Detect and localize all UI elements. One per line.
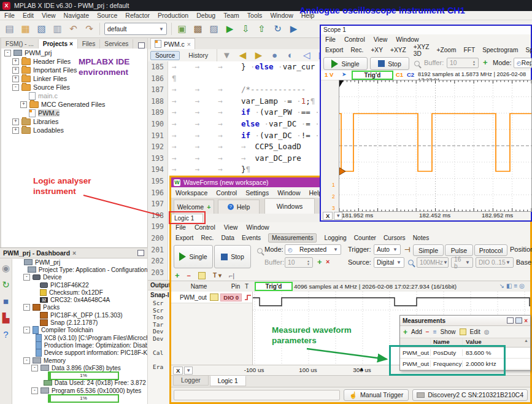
logic-view-data[interactable]: Data [221,235,234,241]
tree-item-packs[interactable]: -Packs [12,304,147,311]
expander-icon[interactable]: - [31,387,38,394]
debug-project-icon[interactable]: ▶ [288,23,299,34]
spinner-icon[interactable]: ▲▼ [472,60,476,66]
expander-icon[interactable]: - [23,327,30,333]
panel-tab-files[interactable]: Files [78,39,101,49]
menu-refactor[interactable]: Refactor [125,12,150,19]
menu-debug[interactable]: Debug [196,12,215,19]
logic-menu-control[interactable]: Control [195,223,215,231]
source-view-button[interactable]: Source [150,51,180,60]
buffer-input[interactable]: 10 ▲▼ [285,257,313,268]
channel-1-badge[interactable]: C1 [396,71,403,78]
dashboard-close-icon[interactable]: × [72,249,76,257]
expander-icon[interactable]: - [23,304,30,311]
editor-tab-close-icon[interactable]: × [187,41,191,48]
expander-icon[interactable]: + [12,118,19,125]
program-device-icon[interactable]: ⇩ [240,23,252,34]
spinner-icon[interactable]: ▲▼ [307,260,310,266]
panel-tab-services[interactable]: Services [100,39,133,49]
window-list-icon[interactable] [138,42,145,49]
buffer-input[interactable]: 10 ▲▼ [447,58,479,68]
logic-view-measurements[interactable]: Measurements [268,233,317,243]
menu-edit[interactable]: Edit [23,12,34,19]
menu-view[interactable]: View [42,12,56,19]
expander-icon[interactable]: - [31,365,38,371]
tab-windows[interactable]: Windows [264,198,315,214]
scope-menu-view[interactable]: View [374,36,388,43]
panel-tab-projects[interactable]: Projects × [39,39,78,49]
device-status-button[interactable]: Discovery2 C SN:210321B210C4 [412,389,528,401]
tree-item-device[interactable]: -Device [12,274,147,281]
expander-icon[interactable]: - [23,357,30,364]
panel-tab-fsm[interactable]: FSM() - ... [1,39,39,49]
back-icon[interactable]: ◀ [237,50,249,61]
scope-single-button[interactable]: Single [323,57,368,70]
logic-channel-row[interactable]: PWM_out DIO 0 [171,292,252,303]
trigger-select[interactable]: Auto ▼ [374,244,401,255]
save-all-icon[interactable]: ▥ [52,23,63,34]
logic-menu-view[interactable]: View [224,223,238,231]
tree-item-pic18f-k-dfp-1-15-303[interactable]: PIC18F-K_DFP (1.15.303) [12,311,147,319]
scope-menu-window[interactable]: Window [396,36,418,43]
tree-item-xc8-v3-10-c-program-files-mi[interactable]: XC8 (v3.10) [C:\Program Files\Microchip\ [12,334,147,341]
menu-navigate[interactable]: Navigate [64,12,89,19]
tree-item-pwm-c[interactable]: PWM.c [1,109,147,117]
menu-file[interactable]: File [4,12,15,19]
expander-icon[interactable]: - [23,274,30,281]
add-channel-icon[interactable]: + [175,271,180,280]
find-previous-icon[interactable]: ◁ [301,50,312,61]
inspect-icon[interactable] [408,260,414,265]
scope-view-xyz-3d[interactable]: +XYZ 3D [414,44,430,57]
tree-item-main-c[interactable]: main.c [1,91,147,100]
tree-item-crc32-0x4a648c4a[interactable]: 32CRC32: 0x4A648C4A [12,296,147,303]
find-selection-icon[interactable]: ◐ [285,50,296,61]
tree-item-memory[interactable]: -Memory [12,357,147,364]
expander-icon[interactable]: + [12,76,19,82]
logic-view-notes[interactable]: Notes [413,235,430,241]
tree-item-data-used-24-0x18-free-3-872[interactable]: Data Used: 24 (0x18) Free: 3.872 (0x [12,379,147,387]
tree-item-snap-2-12-1787[interactable]: Snap (2.12.1787) [12,319,147,326]
plot-tools-icons[interactable]: ↘◧≡◎ [499,282,526,289]
rising-edge-icon[interactable] [244,293,252,301]
tree-item-pwm-prj[interactable]: PWM_prj [12,258,147,266]
name-column-header[interactable]: Name [180,283,218,290]
remove-channel-icon[interactable]: − [187,272,191,279]
settings-icon[interactable]: ◍ [484,328,490,335]
scope-view-export[interactable]: Export [325,47,343,53]
waveforms-menu-workspace[interactable]: Workspace [175,189,207,196]
close-icon[interactable]: × [524,317,528,324]
edit-menu-label[interactable]: Edit [470,328,480,335]
remove-measurement-icon[interactable]: − [426,328,430,335]
mode-select[interactable]: ◴ Repeated ▼ [285,244,341,255]
waveforms-menu-settings[interactable]: Settings [245,189,269,196]
edit-channel-icon[interactable] [198,272,206,279]
open-project-icon[interactable]: ▧ [36,23,47,34]
editor-tab-pwm-c[interactable]: PWM.c × [150,38,195,49]
trigger-column-button[interactable]: T ▾ [213,272,222,279]
simple-trigger-button[interactable]: Simple [413,244,444,256]
x-axis-button[interactable]: X [173,367,183,375]
forward-icon[interactable]: ▶ [253,50,264,61]
scope-plot[interactable] [339,80,532,212]
t-column-header[interactable]: T [241,283,252,290]
logic-view-export[interactable]: Export [175,235,193,241]
scope-menu-control[interactable]: Control [344,36,365,43]
expander-icon[interactable]: + [12,58,19,65]
refresh-debug-tool-icon[interactable]: ↻ [272,23,283,34]
project-properties-icon[interactable]: ◉ [0,263,12,274]
tree-item-loadables[interactable]: +Loadables [1,126,147,134]
bits-select[interactable]: 16 b ▼ [451,257,473,268]
menu-team[interactable]: Team [223,12,239,19]
scroll-up-icon[interactable]: ▲ [524,338,530,347]
dio-select[interactable]: DIO 0..15 ▼ [476,257,514,268]
single-acquisition-button[interactable]: Single [174,245,213,268]
tree-item-mcc-generated-files[interactable]: +MCC Generated Files [1,100,147,109]
read-device-memory-icon[interactable]: ⇧ [256,23,268,34]
measurements-titlebar[interactable]: Measurements × [400,316,530,326]
trigger-position-marker[interactable]: ▲ [359,366,364,372]
clear-buffers-icon[interactable]: × [326,258,330,265]
expander-icon[interactable]: - [12,84,19,91]
tree-item-pic18f46k22[interactable]: PIC18F46K22 [12,281,147,289]
expander-icon[interactable]: - [4,50,11,56]
find-icon[interactable]: ● [269,50,280,61]
